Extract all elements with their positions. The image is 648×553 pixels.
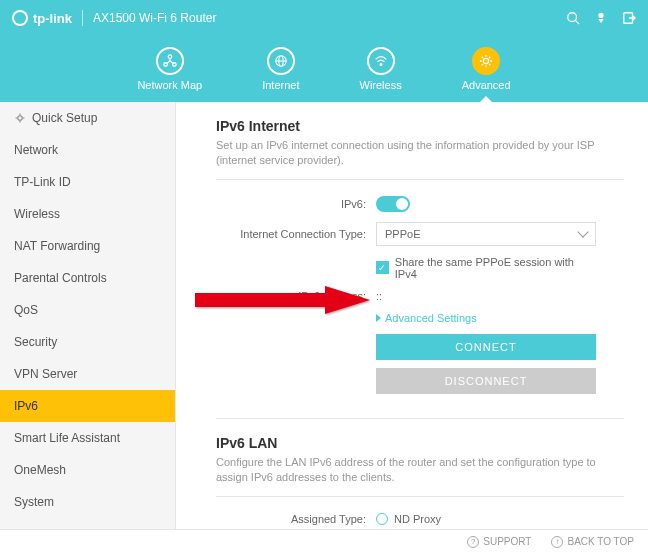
- triangle-right-icon: [376, 314, 381, 322]
- led-icon[interactable]: [594, 11, 608, 25]
- radio-icon: [376, 513, 388, 525]
- sidebar-item-label: TP-Link ID: [14, 175, 71, 189]
- brand-logo: tp-link: [12, 10, 72, 26]
- disconnect-button[interactable]: DISCONNECT: [376, 368, 596, 394]
- arrow-up-icon: ↑: [551, 536, 563, 548]
- ipv6-internet-title: IPv6 Internet: [216, 118, 624, 134]
- ipv6-lan-desc: Configure the LAN IPv6 address of the ro…: [216, 455, 624, 486]
- sidebar-item-label: Security: [14, 335, 57, 349]
- sidebar-item-label: Network: [14, 143, 58, 157]
- sidebar-item-label: Wireless: [14, 207, 60, 221]
- nav-label: Wireless: [360, 79, 402, 91]
- sidebar-item-label: Smart Life Assistant: [14, 431, 120, 445]
- section-divider: [216, 418, 624, 419]
- svg-point-2: [598, 13, 603, 18]
- advanced-settings-link[interactable]: Advanced Settings: [376, 312, 596, 324]
- nav-advanced[interactable]: Advanced: [462, 47, 511, 91]
- share-pppoe-checkbox[interactable]: ✓: [376, 261, 389, 274]
- logout-icon[interactable]: [622, 11, 636, 25]
- conn-type-value: PPPoE: [385, 228, 420, 240]
- sidebar-item-label: VPN Server: [14, 367, 77, 381]
- sidebar-item-smart-life[interactable]: Smart Life Assistant: [0, 422, 175, 454]
- assigned-type-label: Assigned Type:: [216, 513, 376, 525]
- sidebar-item-onemesh[interactable]: OneMesh: [0, 454, 175, 486]
- wireless-icon: [367, 47, 395, 75]
- ipv6-address-label: IPv6 Address:: [216, 290, 376, 302]
- section-divider: [216, 179, 624, 180]
- ipv6-address-value: ::: [376, 290, 596, 302]
- share-pppoe-label: Share the same PPPoE session with IPv4: [395, 256, 596, 280]
- advanced-icon: [472, 47, 500, 75]
- header-divider: [82, 10, 83, 26]
- svg-point-12: [18, 116, 23, 121]
- connect-button[interactable]: CONNECT: [376, 334, 596, 360]
- main-content: IPv6 Internet Set up an IPv6 internet co…: [176, 102, 648, 529]
- gear-icon: [14, 112, 26, 124]
- sidebar-item-label: QoS: [14, 303, 38, 317]
- ipv6-lan-title: IPv6 LAN: [216, 435, 624, 451]
- svg-point-11: [484, 58, 489, 63]
- sidebar-item-security[interactable]: Security: [0, 326, 175, 358]
- sidebar-item-system[interactable]: System: [0, 486, 175, 518]
- logo-mark-icon: [12, 10, 28, 26]
- sidebar-item-tplink-id[interactable]: TP-Link ID: [0, 166, 175, 198]
- sidebar-item-wireless[interactable]: Wireless: [0, 198, 175, 230]
- sidebar-item-parental[interactable]: Parental Controls: [0, 262, 175, 294]
- svg-point-0: [568, 13, 577, 22]
- nav-label: Advanced: [462, 79, 511, 91]
- radio-label: ND Proxy: [394, 513, 441, 525]
- sidebar-item-qos[interactable]: QoS: [0, 294, 175, 326]
- svg-point-4: [168, 55, 172, 59]
- sidebar-item-label: Quick Setup: [32, 111, 97, 125]
- support-label: SUPPORT: [483, 536, 531, 547]
- brand-text: tp-link: [33, 11, 72, 26]
- radio-nd-proxy[interactable]: ND Proxy: [376, 513, 596, 525]
- svg-line-1: [576, 21, 580, 25]
- back-to-top-label: BACK TO TOP: [567, 536, 634, 547]
- sidebar-item-label: IPv6: [14, 399, 38, 413]
- ipv6-toggle[interactable]: [376, 196, 410, 212]
- header-actions: [566, 11, 636, 25]
- ipv6-internet-desc: Set up an IPv6 internet connection using…: [216, 138, 624, 169]
- sidebar-item-network[interactable]: Network: [0, 134, 175, 166]
- top-header: tp-link AX1500 Wi-Fi 6 Router: [0, 0, 648, 36]
- support-icon: ?: [467, 536, 479, 548]
- sidebar: Quick Setup Network TP-Link ID Wireless …: [0, 102, 176, 529]
- svg-point-10: [380, 64, 382, 66]
- footer: ? SUPPORT ↑ BACK TO TOP: [0, 529, 648, 553]
- nav-network-map[interactable]: Network Map: [137, 47, 202, 91]
- sidebar-item-label: Parental Controls: [14, 271, 107, 285]
- sidebar-item-label: OneMesh: [14, 463, 66, 477]
- chevron-down-icon: [577, 227, 588, 238]
- support-link[interactable]: ? SUPPORT: [467, 536, 531, 548]
- sidebar-item-ipv6[interactable]: IPv6: [0, 390, 175, 422]
- nav-label: Internet: [262, 79, 299, 91]
- back-to-top-link[interactable]: ↑ BACK TO TOP: [551, 536, 634, 548]
- sidebar-item-vpn[interactable]: VPN Server: [0, 358, 175, 390]
- search-icon[interactable]: [566, 11, 580, 25]
- conn-type-label: Internet Connection Type:: [216, 228, 376, 240]
- section-divider: [216, 496, 624, 497]
- nav-label: Network Map: [137, 79, 202, 91]
- conn-type-select[interactable]: PPPoE: [376, 222, 596, 246]
- nav-wireless[interactable]: Wireless: [360, 47, 402, 91]
- sidebar-item-label: System: [14, 495, 54, 509]
- main-nav: Network Map Internet Wireless Advanced: [0, 36, 648, 102]
- internet-icon: [267, 47, 295, 75]
- sidebar-item-quick-setup[interactable]: Quick Setup: [0, 102, 175, 134]
- nav-internet[interactable]: Internet: [262, 47, 299, 91]
- ipv6-toggle-label: IPv6:: [216, 198, 376, 210]
- sidebar-item-label: NAT Forwarding: [14, 239, 100, 253]
- advanced-settings-label: Advanced Settings: [385, 312, 477, 324]
- network-map-icon: [156, 47, 184, 75]
- product-name: AX1500 Wi-Fi 6 Router: [93, 11, 216, 25]
- sidebar-item-nat[interactable]: NAT Forwarding: [0, 230, 175, 262]
